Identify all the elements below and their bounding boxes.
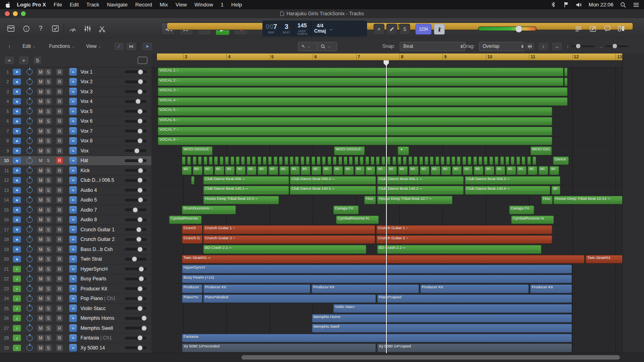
power-button[interactable] <box>27 315 33 321</box>
track-lane-kick[interactable]: 9080909090909090909090909090909090909090… <box>157 166 623 176</box>
solo-button[interactable]: S <box>45 207 52 213</box>
solo-mode-button[interactable]: S <box>399 24 410 35</box>
region[interactable]: 90 <box>398 166 408 175</box>
region[interactable]: 90 <box>376 166 386 175</box>
region[interactable] <box>285 156 288 165</box>
power-button[interactable] <box>27 296 33 302</box>
region[interactable] <box>236 156 239 165</box>
region[interactable] <box>500 156 504 165</box>
track-lane-violin-stacc[interactable]: Violin Stacc <box>157 304 623 314</box>
drag-dropdown[interactable]: Overlap <box>479 42 526 51</box>
region[interactable] <box>339 156 342 165</box>
region[interactable] <box>290 156 293 165</box>
volume-slider[interactable] <box>125 149 147 152</box>
region[interactable] <box>516 156 520 165</box>
track-lane-producer-kit[interactable]: ProducerProducer KitProducer KitProducer… <box>157 284 623 294</box>
region[interactable] <box>441 156 444 165</box>
volume-knob[interactable] <box>137 187 142 193</box>
track-lane-memphis-swell[interactable]: Memphis Swell <box>157 323 623 333</box>
track-lane-twin-strat[interactable]: Twin Strat#01∞Twin Strat#01 <box>157 255 623 265</box>
region[interactable]: 90 <box>290 166 300 175</box>
freeze-icon[interactable]: ∗ <box>13 236 21 243</box>
solo-button[interactable]: S <box>45 157 52 164</box>
power-button[interactable] <box>27 197 33 203</box>
record-enable-button[interactable]: R <box>56 69 63 75</box>
power-button[interactable] <box>27 207 33 213</box>
volume-slider[interactable] <box>125 199 147 202</box>
track-row-27[interactable]: 27♪MSR≈Memphis Swell <box>0 323 151 333</box>
record-enable-button[interactable]: R <box>56 226 63 233</box>
region[interactable]: CymbalReverse N <box>511 216 554 224</box>
mute-button[interactable]: M <box>37 138 44 144</box>
volume-slider[interactable] <box>125 287 147 290</box>
region[interactable]: VOCAL 4○ <box>158 97 568 106</box>
region[interactable]: Club Dance Beat 006∞ <box>203 176 289 185</box>
track-lane-vox-4[interactable]: VOCAL 4○ <box>157 97 623 107</box>
track-name[interactable]: Twin Strat <box>80 256 125 262</box>
power-button[interactable] <box>27 118 33 124</box>
volume-slider[interactable] <box>125 327 147 329</box>
region[interactable]: House Deep Tribal Beat 10.7∞ <box>377 196 452 205</box>
menu-view[interactable]: View <box>175 2 187 8</box>
region[interactable]: HyperSyncH <box>182 265 572 274</box>
midi-note-icon[interactable]: ♪ <box>13 276 21 282</box>
volume-knob[interactable] <box>136 237 142 242</box>
quick-help-button[interactable]: ? <box>34 23 47 35</box>
region[interactable]: Twin Strat#01 <box>586 255 623 264</box>
record-enable-button[interactable]: R <box>56 236 63 243</box>
region[interactable]: Club Dance Beat 006.4∞ <box>290 176 376 185</box>
region[interactable]: Violin Stacc <box>333 304 572 313</box>
power-button[interactable] <box>27 158 33 164</box>
region[interactable]: 90 <box>485 166 494 175</box>
track-lane-vox-7[interactable]: VOCAL 7○ <box>157 126 623 136</box>
region[interactable] <box>403 156 407 165</box>
solo-button[interactable]: S <box>45 236 52 243</box>
region[interactable] <box>430 156 433 165</box>
track-row-19[interactable]: 19∗MSR≈Bass D...b Csh <box>0 245 151 255</box>
volume-slider[interactable] <box>125 248 147 251</box>
region[interactable]: Producer Kit <box>312 284 419 293</box>
volume-knob[interactable] <box>137 306 142 311</box>
volume-knob[interactable] <box>138 197 143 203</box>
track-row-29[interactable]: 29♪MSR≈Xy 5080 14 <box>0 343 151 353</box>
track-lane-vox-2[interactable]: VOCAL 2○ <box>157 77 623 87</box>
region[interactable] <box>220 156 223 165</box>
volume-slider[interactable] <box>125 120 147 123</box>
volume-knob[interactable] <box>136 99 141 104</box>
power-button[interactable] <box>27 237 33 243</box>
region[interactable] <box>204 156 207 165</box>
spotlight-search-icon[interactable] <box>620 2 626 8</box>
solo-button[interactable]: S <box>45 138 52 144</box>
volume-slider[interactable] <box>125 70 147 73</box>
menu-mix[interactable]: Mix <box>160 2 168 8</box>
volume-knob[interactable] <box>132 207 138 212</box>
track-lane-memphis-horns[interactable]: Memphis Horns <box>157 314 623 324</box>
record-enable-button[interactable]: R <box>56 286 63 292</box>
region[interactable]: Club Dance Beat 140.5∞ <box>290 186 376 195</box>
power-button[interactable] <box>27 99 33 105</box>
track-row-16[interactable]: 16∗MSR≈Audio 8 <box>0 215 151 225</box>
solo-button[interactable]: S <box>45 98 52 105</box>
midi-note-icon[interactable]: ♪ <box>13 315 21 321</box>
track-lane-vox[interactable]: WOO GIGGLE.WOO GIGGLE.●WOO GIG <box>157 146 623 156</box>
region[interactable] <box>419 156 423 165</box>
region[interactable] <box>263 156 266 165</box>
region[interactable]: 90 <box>258 166 267 175</box>
master-volume-knob[interactable] <box>515 25 522 33</box>
track-name[interactable]: Bass D...b Csh <box>80 247 125 252</box>
region[interactable]: ● <box>398 146 409 155</box>
track-row-7[interactable]: 7∗MSR≈Vox 7 <box>0 126 151 136</box>
track-name[interactable]: Audio 8 <box>80 217 125 222</box>
mute-button[interactable]: M <box>37 128 44 134</box>
midi-note-icon[interactable]: ♪ <box>13 335 21 341</box>
record-enable-button[interactable]: R <box>56 88 63 95</box>
region[interactable]: 90 <box>182 166 192 175</box>
region[interactable] <box>328 156 331 165</box>
volume-knob[interactable] <box>137 119 142 124</box>
region[interactable]: Dance <box>553 156 569 165</box>
track-name[interactable]: Vox 7 <box>80 128 125 134</box>
region[interactable] <box>231 156 234 165</box>
track-lane-vox-8[interactable]: VOCAL 8○ <box>157 136 623 146</box>
region[interactable] <box>360 156 363 165</box>
record-enable-button[interactable]: R <box>56 345 63 351</box>
